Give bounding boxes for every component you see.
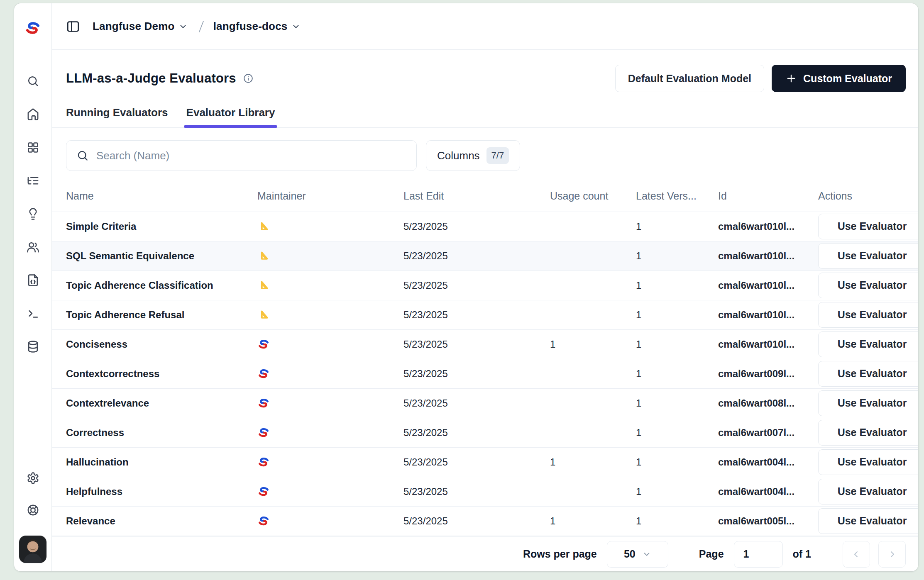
- use-evaluator-button[interactable]: Use Evaluator: [818, 390, 918, 416]
- use-evaluator-button[interactable]: Use Evaluator: [818, 449, 918, 475]
- playground-terminal-icon[interactable]: [27, 307, 39, 320]
- evaluation-lightbulb-icon[interactable]: [27, 207, 39, 220]
- last-edit-date: 5/23/2025: [403, 447, 550, 477]
- last-edit-date: 5/23/2025: [403, 359, 550, 388]
- column-header-latest-version[interactable]: Latest Vers...: [636, 181, 718, 212]
- table-row[interactable]: Topic Adherence Classification 5/23/2025…: [52, 271, 918, 300]
- evaluator-name: SQL Semantic Equivalence: [52, 241, 257, 271]
- maintainer-cell: [257, 300, 403, 329]
- last-edit-date: 5/23/2025: [403, 300, 550, 329]
- last-edit-date: 5/23/2025: [403, 241, 550, 271]
- table-row[interactable]: Contextcorrectness 5/23/2025 1 cmal6wart…: [52, 359, 918, 388]
- actions-cell: Use Evaluator: [818, 477, 918, 506]
- last-edit-date: 5/23/2025: [403, 388, 550, 418]
- evaluator-id: cmal6wart005l...: [718, 506, 818, 536]
- use-evaluator-button[interactable]: Use Evaluator: [818, 214, 918, 239]
- sidebar-toggle-icon[interactable]: [66, 19, 80, 34]
- actions-cell: Use Evaluator: [818, 300, 918, 329]
- latest-version: 1: [636, 359, 718, 388]
- support-lifebuoy-icon[interactable]: [27, 504, 39, 517]
- tab-evaluator-library[interactable]: Evaluator Library: [186, 106, 275, 127]
- use-evaluator-button[interactable]: Use Evaluator: [818, 243, 918, 269]
- column-header-last-edit[interactable]: Last Edit: [403, 181, 550, 212]
- users-icon[interactable]: [27, 241, 39, 253]
- columns-button[interactable]: Columns 7/7: [426, 140, 520, 171]
- user-maintained-triangle-icon: [257, 220, 270, 233]
- usage-count: [550, 477, 636, 506]
- table-row[interactable]: Helpfulness 5/23/2025 1 cmal6wart004l...…: [52, 477, 918, 506]
- table-row[interactable]: Hallucination 5/23/2025 1 1 cmal6wart004…: [52, 447, 918, 477]
- search-icon[interactable]: [27, 75, 39, 88]
- evaluator-name: Simple Criteria: [52, 212, 257, 241]
- latest-version: 1: [636, 506, 718, 536]
- latest-version: 1: [636, 241, 718, 271]
- maintainer-cell: [257, 506, 403, 536]
- use-evaluator-button[interactable]: Use Evaluator: [818, 508, 918, 534]
- actions-cell: Use Evaluator: [818, 506, 918, 536]
- home-icon[interactable]: [27, 108, 39, 121]
- custom-evaluator-button[interactable]: Custom Evaluator: [772, 65, 906, 92]
- columns-count-badge: 7/7: [486, 147, 509, 164]
- column-header-usage-count[interactable]: Usage count: [550, 181, 636, 212]
- column-header-maintainer[interactable]: Maintainer: [257, 181, 403, 212]
- settings-gear-icon[interactable]: [27, 472, 39, 485]
- chevron-left-icon: [851, 549, 861, 559]
- prompts-file-json-icon[interactable]: [27, 274, 39, 287]
- rows-per-page-select[interactable]: 50: [607, 541, 668, 568]
- maintainer-cell: [257, 388, 403, 418]
- column-header-name[interactable]: Name: [52, 181, 257, 212]
- search-box: [66, 140, 417, 171]
- use-evaluator-button[interactable]: Use Evaluator: [818, 361, 918, 387]
- column-header-id[interactable]: Id: [718, 181, 818, 212]
- default-evaluation-model-button[interactable]: Default Evaluation Model: [615, 65, 764, 92]
- table-row[interactable]: Relevance 5/23/2025 1 1 cmal6wart005l...…: [52, 506, 918, 536]
- use-evaluator-button[interactable]: Use Evaluator: [818, 302, 918, 328]
- evaluator-id: cmal6wart008l...: [718, 388, 818, 418]
- breadcrumb-project[interactable]: langfuse-docs: [213, 20, 301, 33]
- evaluator-id: cmal6wart010l...: [718, 271, 818, 300]
- maintainer-cell: [257, 329, 403, 359]
- tracing-tree-icon[interactable]: [27, 174, 39, 187]
- datasets-database-icon[interactable]: [27, 340, 39, 353]
- previous-page-button[interactable]: [843, 541, 870, 568]
- tab-running-evaluators[interactable]: Running Evaluators: [66, 106, 168, 127]
- sidebar-bottom: [19, 472, 46, 563]
- evaluator-name: Hallucination: [52, 447, 257, 477]
- topbar: Langfuse Demo langfuse-docs: [52, 3, 918, 50]
- columns-label: Columns: [437, 149, 480, 162]
- next-page-button[interactable]: [878, 541, 906, 568]
- table-row[interactable]: Correctness 5/23/2025 1 cmal6wart007l...…: [52, 418, 918, 447]
- info-icon[interactable]: [243, 73, 254, 84]
- usage-count: [550, 300, 636, 329]
- custom-evaluator-label: Custom Evaluator: [803, 73, 892, 85]
- usage-count: 1: [550, 329, 636, 359]
- dashboard-grid-icon[interactable]: [27, 141, 39, 154]
- table-row[interactable]: Conciseness 5/23/2025 1 1 cmal6wart010l.…: [52, 329, 918, 359]
- usage-count: 1: [550, 506, 636, 536]
- table-row[interactable]: SQL Semantic Equivalence 5/23/2025 1 cma…: [52, 241, 918, 271]
- pagination-footer: Rows per page 50 Page of 1: [52, 536, 918, 571]
- table-row[interactable]: Topic Adherence Refusal 5/23/2025 1 cmal…: [52, 300, 918, 329]
- use-evaluator-button[interactable]: Use Evaluator: [818, 331, 918, 357]
- maintainer-cell: [257, 271, 403, 300]
- maintainer-cell: [257, 418, 403, 447]
- user-maintained-triangle-icon: [257, 309, 270, 321]
- use-evaluator-button[interactable]: Use Evaluator: [818, 479, 918, 504]
- page-number-input[interactable]: [734, 541, 783, 568]
- table-row[interactable]: Simple Criteria 5/23/2025 1 cmal6wart010…: [52, 212, 918, 241]
- use-evaluator-button[interactable]: Use Evaluator: [818, 420, 918, 446]
- project-name: langfuse-docs: [213, 20, 288, 33]
- evaluator-id: cmal6wart010l...: [718, 329, 818, 359]
- evaluator-name: Correctness: [52, 418, 257, 447]
- evaluator-id: cmal6wart010l...: [718, 212, 818, 241]
- table-header-row: Name Maintainer Last Edit Usage count La…: [52, 181, 918, 212]
- breadcrumb-org[interactable]: Langfuse Demo: [93, 20, 188, 33]
- breadcrumb-separator-icon: [195, 19, 208, 34]
- user-avatar[interactable]: [19, 536, 46, 563]
- table-row[interactable]: Contextrelevance 5/23/2025 1 cmal6wart00…: [52, 388, 918, 418]
- evaluator-name: Relevance: [52, 506, 257, 536]
- use-evaluator-button[interactable]: Use Evaluator: [818, 273, 918, 298]
- page-header: LLM-as-a-Judge Evaluators Default Evalua…: [52, 50, 918, 92]
- actions-cell: Use Evaluator: [818, 418, 918, 447]
- search-input[interactable]: [96, 149, 406, 162]
